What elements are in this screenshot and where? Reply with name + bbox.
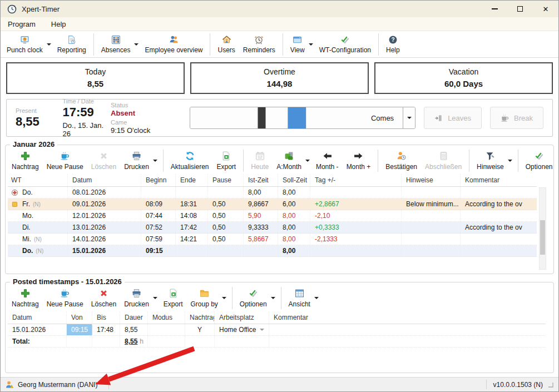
double-check-icon — [535, 151, 544, 161]
col-tag[interactable]: Tag +/- — [310, 174, 402, 186]
col-soll[interactable]: Soll-Zeit — [278, 174, 310, 186]
maximize-button[interactable] — [507, 1, 533, 17]
loeschen-button[interactable]: Löschen — [87, 287, 120, 309]
leaves-button[interactable]: Leaves — [424, 107, 482, 129]
door-in-icon — [199, 107, 366, 129]
export-button[interactable]: Export — [213, 150, 240, 172]
table-row[interactable]: Di. 13.01.2026 07:52 17:42 0,50 9,3333 8… — [8, 222, 537, 234]
menu-bar: Program Help — [1, 17, 558, 31]
table-row[interactable]: Mi.(N) 14.01.2026 07:59 14:21 0,50 5,866… — [8, 234, 537, 245]
col-hinweise[interactable]: Hinweise — [402, 174, 461, 186]
table-row[interactable]: Do. 08.01.2026 8,00 8,00 — [8, 187, 537, 199]
col-beginn[interactable]: Beginn — [141, 174, 176, 186]
menu-program[interactable]: Program — [7, 19, 37, 29]
heute-button[interactable]: Heute — [247, 150, 273, 172]
drucken-button[interactable]: Drucken — [120, 287, 153, 309]
nachtrag-button[interactable]: Nachtrag — [8, 150, 43, 172]
window-title: Xpert-Timer — [22, 5, 60, 13]
abschliessen-button[interactable]: Abschließen — [421, 150, 466, 172]
vertical-scrollbar[interactable] — [539, 187, 546, 270]
group-by-button[interactable]: Group by — [187, 287, 222, 309]
col-pause[interactable]: Pause — [208, 174, 244, 186]
col-ist[interactable]: Ist-Zeit — [244, 174, 278, 186]
toolbar-separator — [243, 150, 244, 172]
col-ende[interactable]: Ende — [176, 174, 208, 186]
a-month-dropdown[interactable] — [305, 160, 310, 162]
employee-overview-button[interactable]: Employee overview — [141, 33, 206, 55]
col-datum[interactable]: Datum — [68, 174, 141, 186]
drucken-dropdown[interactable] — [153, 160, 157, 162]
comes-dropdown[interactable] — [403, 107, 415, 128]
resize-grip-icon[interactable] — [547, 381, 554, 388]
minimize-button[interactable] — [482, 1, 507, 17]
month-table-header: WT Datum Beginn Ende Pause Ist-Zeit Soll… — [8, 174, 537, 187]
optionen-dropdown[interactable] — [271, 297, 275, 299]
absences-button[interactable]: Absences — [97, 33, 135, 55]
col-dauer[interactable]: Dauer — [120, 311, 148, 324]
col-modus[interactable]: Modus — [148, 311, 185, 324]
punch-clock-button[interactable]: Punch clock — [3, 33, 47, 55]
group-by-dropdown[interactable] — [222, 297, 226, 299]
comes-button[interactable]: Comes — [190, 107, 403, 128]
date-value: Do., 15. Jan. 26 — [62, 121, 111, 138]
arbeitsplatz-dropdown[interactable] — [260, 329, 264, 331]
col-kommentar[interactable]: Kommentar — [461, 174, 537, 186]
neue-pause-button[interactable]: Neue Pause — [43, 287, 87, 309]
month-plus-button[interactable]: Month + — [343, 150, 375, 172]
present-label: Present — [16, 107, 62, 114]
help-button[interactable]: Help — [382, 33, 404, 55]
ansicht-button[interactable]: Ansicht — [285, 287, 314, 309]
drucken-dropdown[interactable] — [153, 297, 157, 299]
ansicht-dropdown[interactable] — [314, 297, 319, 299]
hinweise-dropdown[interactable] — [508, 160, 512, 162]
table-row[interactable]: Fr.(N) 09.01.2026 08:09 18:31 0,50 9,866… — [8, 199, 537, 210]
table-row[interactable]: Mo. 12.01.2026 07:44 14:08 0,50 5,90 8,0… — [8, 210, 537, 222]
scrollbar-thumb[interactable] — [540, 220, 545, 254]
posted-table: Datum Von Bis Dauer Modus Nachtrag Arbei… — [6, 311, 553, 348]
view-button[interactable]: View — [286, 33, 309, 55]
current-user[interactable]: Georg Mustermann (DANI) * — [5, 380, 102, 389]
table-row[interactable]: 15.01.2026 09:15 17:48 8,55 Y Home Offic… — [8, 324, 546, 336]
wt-configuration-button[interactable]: WT-Configuration — [315, 33, 375, 55]
export-button[interactable]: Export — [160, 287, 187, 309]
col-nachtrag[interactable]: Nachtrag — [185, 311, 215, 324]
nachtrag-button[interactable]: Nachtrag — [8, 287, 43, 309]
coffee-cup-icon — [501, 114, 509, 122]
arbeitsplatz-select[interactable]: Home Office — [215, 324, 269, 335]
optionen-button[interactable]: Optionen — [522, 150, 553, 172]
users-button[interactable]: Users — [214, 33, 239, 55]
coffee-cup-icon — [60, 151, 70, 161]
col-arbeitsplatz[interactable]: Arbeitsplatz — [215, 311, 269, 324]
col-datum[interactable]: Datum — [8, 311, 67, 324]
app-icon — [7, 4, 17, 14]
neue-pause-button[interactable]: Neue Pause — [43, 150, 87, 172]
col-kommentar[interactable]: Kommentar — [269, 311, 546, 324]
toolbar-separator — [518, 150, 518, 172]
absences-dropdown[interactable] — [134, 43, 138, 46]
came-value: 9:15 O'clock — [111, 126, 190, 135]
loeschen-button[interactable]: Löschen — [87, 150, 120, 172]
col-bis[interactable]: Bis — [92, 311, 120, 324]
table-row[interactable]: Do.(N) 15.01.2026 09:15 8,00 — [8, 245, 537, 257]
selected-von-cell[interactable]: 09:15 — [67, 324, 92, 335]
house-user-icon — [222, 34, 231, 44]
aktualisieren-button[interactable]: Aktualisieren — [167, 150, 213, 172]
reminders-button[interactable]: Reminders — [239, 33, 279, 55]
status-panel: Present 8,55 Time / Date 17:59 Do., 15. … — [6, 99, 553, 137]
reporting-button[interactable]: Reporting — [53, 33, 90, 55]
bestaetigen-button[interactable]: Bestätigen — [382, 150, 421, 172]
col-von[interactable]: Von — [67, 311, 92, 324]
col-wt[interactable]: WT — [8, 174, 68, 186]
drucken-button[interactable]: Drucken — [120, 150, 153, 172]
a-month-button[interactable]: A:Month — [273, 150, 305, 172]
optionen-button[interactable]: Optionen — [236, 287, 271, 309]
hinweise-button[interactable]: Hinweise — [473, 150, 508, 172]
month-minus-button[interactable]: Month - — [312, 150, 343, 172]
status-value: Absent — [111, 109, 190, 117]
menu-help[interactable]: Help — [50, 19, 67, 29]
question-mark-icon — [388, 34, 398, 44]
break-button[interactable]: Break — [490, 107, 543, 129]
close-button[interactable]: ✕ — [533, 1, 558, 17]
view-dropdown[interactable] — [309, 43, 313, 46]
punch-clock-dropdown[interactable] — [47, 43, 51, 46]
